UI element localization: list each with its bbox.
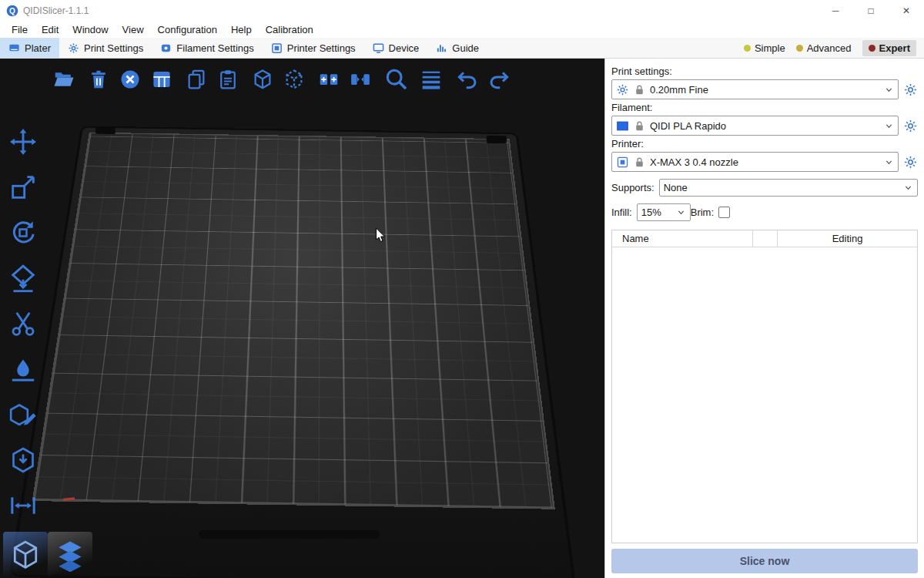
menu-help[interactable]: Help [224,24,259,35]
measure-tool-button[interactable] [6,489,40,523]
menu-file[interactable]: File [5,24,35,35]
gear-icon [903,155,918,170]
print-settings-label: Print settings: [611,66,918,77]
place-on-face-tool-button[interactable] [6,261,40,295]
svg-modifier-tool-button[interactable] [6,443,40,477]
tab-device[interactable]: Device [364,38,428,58]
viewport-3d[interactable] [0,59,604,578]
paint-supports-icon [8,354,38,385]
tab-print-settings-label: Print Settings [84,42,143,54]
infill-label: Infill: [611,207,632,218]
chevron-down-icon [902,182,914,193]
tab-plater[interactable]: Plater [0,38,59,58]
mode-switcher: Simple Advanced Expert [744,38,924,58]
mode-simple[interactable]: Simple [744,42,785,54]
column-editing[interactable]: Editing [777,230,917,247]
place-on-face-icon [8,263,38,294]
infill-combo[interactable]: 15% [637,203,691,221]
menu-view[interactable]: View [116,24,151,35]
mode-advanced-label: Advanced [807,42,852,54]
chevron-down-icon [883,84,895,96]
close-button[interactable]: ✕ [889,0,924,22]
slice-now-button[interactable]: Slice now [611,549,918,573]
copy-button[interactable] [185,68,208,91]
toolbar-left [6,125,40,523]
gear-icon [616,83,629,96]
printer-edit-button[interactable] [903,155,918,170]
preview-view-button[interactable] [48,532,92,578]
split-to-objects-button[interactable] [283,68,306,91]
menu-configuration[interactable]: Configuration [151,24,224,35]
bed-clip [95,126,116,134]
paint-supports-tool-button[interactable] [6,352,40,386]
sidebar: Print settings: 0.20mm Fine [604,59,924,578]
infill-value: 15% [641,207,661,218]
menu-bar: File Edit Window View Configuration Help… [0,22,924,38]
chevron-down-icon [883,120,895,132]
mode-advanced[interactable]: Advanced [796,42,852,54]
rotate-icon [8,217,38,248]
tab-guide[interactable]: Guide [427,38,487,58]
brim-checkbox[interactable] [718,207,730,218]
mode-expert[interactable]: Expert [862,40,916,56]
delete-all-button[interactable] [119,68,142,91]
supports-value: None [664,182,688,193]
app-window: Q QIDISlicer-1.1.1 ─ □ ✕ File Edit Windo… [0,0,924,578]
search-button[interactable] [383,66,410,92]
filament-combo[interactable]: QIDI PLA Rapido [611,116,899,136]
move-icon [8,126,38,157]
tab-print-settings[interactable]: Print Settings [59,38,152,58]
paste-icon [216,68,239,91]
redo-button[interactable] [487,68,511,91]
lock-icon [633,156,646,169]
minimize-button[interactable]: ─ [818,0,853,22]
filament-edit-button[interactable] [903,119,918,133]
menu-edit[interactable]: Edit [35,24,65,35]
split-objects-button[interactable] [317,68,340,91]
seam-painting-tool-button[interactable] [6,398,40,432]
3d-editor-view-button[interactable] [3,532,48,578]
gear-icon [903,82,918,97]
tab-filament-settings[interactable]: Filament Settings [152,38,262,58]
printer-icon [271,42,283,54]
split-objects-icon [317,68,340,91]
open-project-button[interactable] [52,68,75,91]
preview-layers-icon [53,538,87,572]
view-toggles [3,532,92,578]
supports-combo[interactable]: None [659,179,918,197]
printer-label: Printer: [611,138,918,150]
print-settings-combo[interactable]: 0.20mm Fine [611,79,899,99]
object-list-body[interactable] [612,247,917,543]
cube-arrow-down-icon [8,445,38,476]
arrange-icon [150,68,173,91]
variable-layer-height-button[interactable] [418,66,444,92]
print-bed-plate [32,133,555,509]
tab-device-label: Device [389,42,420,54]
delete-button[interactable] [87,68,110,91]
menu-calibration[interactable]: Calibration [259,24,320,35]
arrange-button[interactable] [150,68,173,91]
add-cube-button[interactable] [251,68,274,91]
menu-window[interactable]: Window [65,24,115,35]
filament-value: QIDI PLA Rapido [650,120,726,132]
simple-mode-dot-icon [744,45,751,52]
split-parts-button[interactable] [349,68,372,91]
filament-color-swatch [616,119,629,133]
paste-button[interactable] [216,68,239,91]
open-folder-icon [52,68,75,91]
column-name[interactable]: Name [612,233,752,244]
split-parts-icon [349,68,372,91]
printer-combo[interactable]: X-MAX 3 0.4 nozzle [611,152,899,172]
rotate-tool-button[interactable] [6,216,40,250]
undo-button[interactable] [456,68,479,91]
maximize-button[interactable]: □ [853,0,889,22]
object-list: Name Editing [611,230,918,543]
cut-tool-button[interactable] [6,307,40,341]
bed-handle-slot [199,530,380,539]
print-settings-edit-button[interactable] [903,82,918,97]
move-tool-button[interactable] [6,125,40,159]
scale-tool-button[interactable] [6,170,40,204]
toolbar-top [52,66,522,92]
tab-plater-label: Plater [25,42,51,54]
tab-printer-settings[interactable]: Printer Settings [263,38,364,58]
